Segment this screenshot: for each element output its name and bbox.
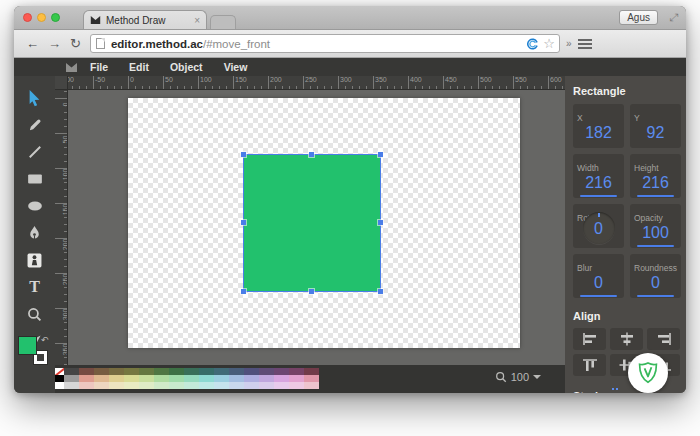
align-center-button[interactable]	[610, 328, 643, 350]
zenmate-shield-badge[interactable]	[628, 353, 668, 393]
new-tab-button[interactable]	[210, 15, 236, 29]
palette-color-column[interactable]	[304, 368, 319, 389]
fullscreen-icon[interactable]: ⤢	[669, 11, 678, 24]
align-top-button[interactable]	[573, 354, 606, 376]
palette-color-column[interactable]	[259, 368, 274, 389]
palette-color-column[interactable]	[184, 368, 199, 389]
palette-color-column[interactable]	[154, 368, 169, 389]
url-domain: editor.method.ac	[111, 38, 203, 50]
x-field[interactable]: X 182	[573, 104, 624, 148]
panel-title: Rectangle	[573, 85, 679, 97]
line-tool[interactable]	[23, 140, 47, 164]
palette-color-column[interactable]	[289, 368, 304, 389]
browser-tab[interactable]: Method Draw ×	[83, 10, 207, 29]
canvas-viewport[interactable]	[68, 90, 565, 365]
tool-palette: T ↷	[14, 76, 55, 393]
palette-color-column[interactable]	[169, 368, 184, 389]
palette-color-column[interactable]	[199, 368, 214, 389]
selection-handle[interactable]	[378, 289, 383, 294]
align-title: Align	[573, 310, 679, 322]
height-field[interactable]: Height 216	[630, 154, 681, 198]
palette-color-column[interactable]	[139, 368, 154, 389]
bookmark-star-icon[interactable]: ☆	[543, 37, 555, 50]
swap-colors-icon[interactable]: ↷	[41, 335, 49, 345]
align-right-button[interactable]	[647, 328, 680, 350]
method-draw-favicon	[90, 15, 101, 25]
forward-button[interactable]: →	[48, 37, 61, 50]
window-controls[interactable]	[23, 13, 60, 22]
address-bar[interactable]: editor.method.ac /#move_front ☆	[90, 34, 560, 53]
reload-button[interactable]: ↻	[70, 37, 81, 50]
palette-color-column[interactable]	[94, 368, 109, 389]
palette-color-column[interactable]	[274, 368, 289, 389]
selection-handle[interactable]	[378, 220, 383, 225]
selection-handle[interactable]	[309, 289, 314, 294]
selection-handle[interactable]	[241, 152, 246, 157]
palette-color-column[interactable]	[214, 368, 229, 389]
pencil-tool[interactable]	[23, 113, 47, 137]
select-tool[interactable]	[23, 86, 47, 110]
shield-icon	[635, 360, 661, 386]
extensions-overflow-icon[interactable]: »	[566, 38, 572, 49]
menu-view[interactable]: View	[224, 61, 248, 73]
shape-library-tool[interactable]	[23, 248, 47, 272]
zoom-icon	[495, 371, 507, 383]
browser-titlebar: Method Draw × Agus ⤢	[14, 6, 686, 30]
zoom-window-button[interactable]	[51, 13, 60, 22]
align-left-button[interactable]	[573, 328, 606, 350]
selection-handle[interactable]	[241, 289, 246, 294]
ruler-corner	[55, 76, 68, 90]
horizontal-ruler: -100-50050100150200250300350400450500550…	[68, 76, 565, 90]
quick-colors[interactable]	[55, 368, 64, 389]
properties-panel: Rectangle X 182 Y 92 Width 216 Height 21…	[565, 76, 686, 393]
method-draw-logo[interactable]	[65, 62, 78, 73]
rectangle-shape[interactable]	[244, 155, 380, 291]
selection-handle[interactable]	[378, 152, 383, 157]
color-palette[interactable]	[55, 368, 319, 389]
vertical-ruler: 050100150200250300350	[55, 90, 68, 365]
zoom-tool[interactable]	[23, 302, 47, 326]
menu-object[interactable]: Object	[170, 61, 203, 73]
path-tool[interactable]	[23, 221, 47, 245]
zoom-dropdown-caret[interactable]	[533, 375, 541, 383]
palette-color-column[interactable]	[109, 368, 124, 389]
workspace: -100-50050100150200250300350400450500550…	[55, 76, 565, 393]
app-menubar: File Edit Object View	[14, 58, 686, 76]
minimize-window-button[interactable]	[37, 13, 46, 22]
zenmate-extension-icon[interactable]	[525, 37, 539, 51]
profile-button[interactable]: Agus	[619, 10, 658, 25]
ellipse-tool[interactable]	[23, 194, 47, 218]
close-window-button[interactable]	[23, 13, 32, 22]
roundness-field[interactable]: Roundness 0	[630, 254, 681, 298]
chrome-menu-icon[interactable]	[578, 39, 592, 49]
method-draw-app: File Edit Object View	[14, 58, 686, 393]
close-tab-icon[interactable]: ×	[194, 15, 200, 26]
fill-color-swatch[interactable]	[19, 337, 36, 354]
menu-file[interactable]: File	[90, 61, 108, 73]
selection-handle[interactable]	[309, 152, 314, 157]
url-path: /#move_front	[203, 38, 270, 50]
back-button[interactable]: ←	[26, 37, 39, 50]
palette-color-column[interactable]	[124, 368, 139, 389]
selection-handle[interactable]	[241, 220, 246, 225]
panel-dots	[612, 388, 618, 390]
width-field[interactable]: Width 216	[573, 154, 624, 198]
menu-edit[interactable]: Edit	[129, 61, 149, 73]
svg-canvas[interactable]	[128, 98, 520, 348]
rectangle-tool[interactable]	[23, 167, 47, 191]
palette-color-column[interactable]	[79, 368, 94, 389]
page-icon	[96, 38, 105, 49]
zoom-value[interactable]: 100	[511, 371, 529, 383]
palette-color-column[interactable]	[229, 368, 244, 389]
stroke-title: Stroke	[573, 390, 679, 393]
selection-box[interactable]	[244, 155, 380, 291]
color-swatches: ↷	[19, 337, 51, 369]
rotation-field[interactable]: Rotation 0	[573, 204, 624, 248]
palette-color-column[interactable]	[64, 368, 79, 389]
opacity-field[interactable]: Opacity 100	[630, 204, 681, 248]
zoom-control[interactable]: 100	[495, 371, 541, 383]
y-field[interactable]: Y 92	[630, 104, 681, 148]
blur-field[interactable]: Blur 0	[573, 254, 624, 298]
text-tool[interactable]: T	[23, 275, 47, 299]
palette-color-column[interactable]	[244, 368, 259, 389]
